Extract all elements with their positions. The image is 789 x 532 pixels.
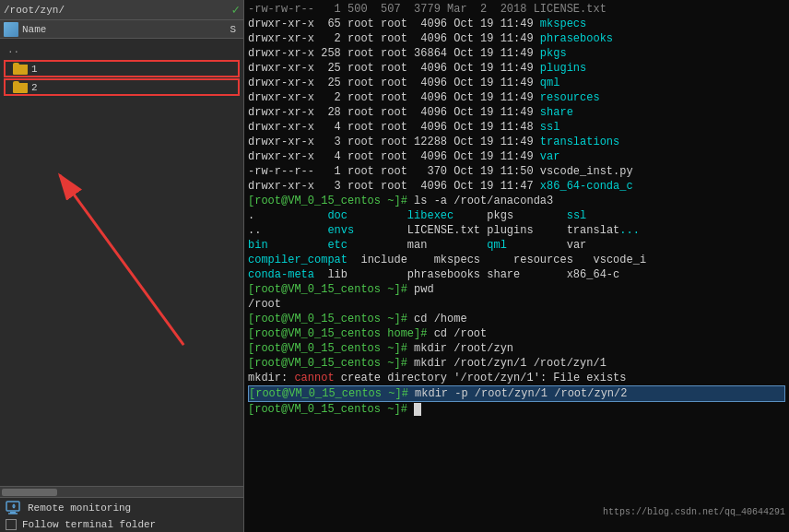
follow-terminal-item[interactable]: Follow terminal folder [6,519,238,530]
terminal-line: drwxr-xr-x 28 root root 4096 Oct 19 11:4… [248,105,785,120]
terminal-prompt-line: [root@VM_0_15_centos home]# cd /root [248,326,785,341]
terminal-line: drwxr-xr-x 4 root root 4096 Oct 19 11:48… [248,120,785,135]
remote-monitoring-item[interactable]: Remote monitoring [6,501,238,515]
s-column-header: S [230,24,240,35]
folder-2-label: 2 [31,82,38,93]
terminal-line: drwxr-xr-x 2 root root 4096 Oct 19 11:49… [248,31,785,46]
folder-1-label: 1 [31,64,38,75]
file-browser-panel: /root/zyn/ ✓ Name S .. 1 [0,0,244,532]
terminal-line: .. envs LICENSE.txt plugins translat... [248,223,785,238]
terminal-prompt-line: [root@VM_0_15_centos ~]# cd /home [248,312,785,326]
terminal-line: bin etc man qml var [248,238,785,253]
name-column-header: Name [22,24,230,35]
terminal-line: compiler_compat include mkspecs resource… [248,253,785,267]
parent-dir-item[interactable]: .. [0,41,243,59]
remote-monitoring-label: Remote monitoring [28,502,131,514]
path-header: /root/zyn/ ✓ [0,0,243,20]
current-path: /root/zyn/ [4,5,229,16]
bottom-toolbar: Remote monitoring Follow terminal folder [0,497,243,532]
terminal-line: -rw-rw-r-- 1 500 507 3779 Mar 2 2018 LIC… [248,2,785,17]
file-list-container: .. 1 2 [0,39,243,486]
terminal-line: drwxr-xr-x 4 root root 4096 Oct 19 11:49… [248,149,785,164]
terminal-line: drwxr-xr-x 25 root root 4096 Oct 19 11:4… [248,76,785,90]
terminal-line: drwxr-xr-x 258 root root 36864 Oct 19 11… [248,46,785,61]
folder-2-icon [13,81,28,93]
terminal-error-line: mkdir: cannot create directory '/root/zy… [248,371,785,385]
terminal-prompt-line: [root@VM_0_15_centos ~]# mkdir /root/zyn [248,341,785,356]
terminal-line: drwxr-xr-x 3 root root 4096 Oct 19 11:47… [248,179,785,194]
scrollbar-thumb[interactable] [2,489,57,496]
terminal-line: drwxr-xr-x 25 root root 4096 Oct 19 11:4… [248,61,785,76]
column-headers: Name S [0,20,243,39]
terminal-prompt-line: [root@VM_0_15_centos ~]# pwd [248,282,785,297]
terminal-panel[interactable]: -rw-rw-r-- 1 500 507 3779 Mar 2 2018 LIC… [244,0,789,532]
terminal-line: drwxr-xr-x 2 root root 4096 Oct 19 11:49… [248,90,785,105]
monitor-icon [6,501,22,515]
numbered-folder-2[interactable]: 2 [4,78,240,96]
numbered-folder-group[interactable]: 1 [4,60,240,77]
check-icon: ✓ [232,2,240,18]
terminal-line: drwxr-xr-x 3 root root 12288 Oct 19 11:4… [248,135,785,149]
folder-1-icon [13,63,28,75]
follow-terminal-checkbox[interactable] [6,519,17,530]
horizontal-scrollbar[interactable] [0,486,243,497]
watermark: https://blog.csdn.net/qq_40644291 [603,507,785,517]
terminal-cursor-line: [root@VM_0_15_centos ~]# [248,402,785,417]
terminal-cursor [414,403,421,416]
follow-terminal-label: Follow terminal folder [22,519,156,530]
terminal-line: -rw-r--r-- 1 root root 370 Oct 19 11:50 … [248,164,785,179]
terminal-prompt-line: [root@VM_0_15_centos ~]# mkdir /root/zyn… [248,356,785,371]
terminal-line: conda-meta lib phrasebooks share x86_64-… [248,267,785,282]
terminal-line: . doc libexec pkgs ssl [248,208,785,223]
terminal-line: drwxr-xr-x 65 root root 4096 Oct 19 11:4… [248,17,785,31]
terminal-prompt-line: [root@VM_0_15_centos ~]# ls -a /root/ana… [248,194,785,208]
terminal-line: /root [248,297,785,312]
folder-type-icon [4,22,18,37]
parent-label: .. [7,44,19,55]
terminal-highlighted-line: [root@VM_0_15_centos ~]# mkdir -p /root/… [248,385,785,402]
file-list: .. 1 2 [0,39,243,486]
